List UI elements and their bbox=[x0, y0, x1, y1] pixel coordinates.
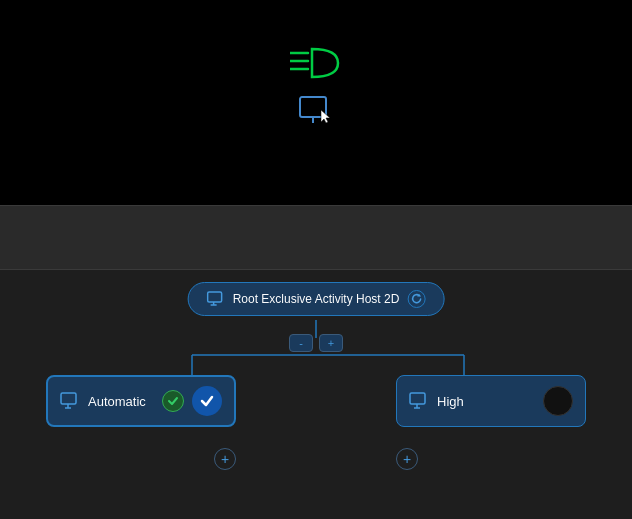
high-node-monitor-icon bbox=[409, 392, 429, 410]
add-left-button[interactable]: + bbox=[214, 448, 236, 470]
collapse-button[interactable]: - bbox=[289, 334, 313, 352]
high-node-status-circle bbox=[543, 386, 573, 416]
root-node-monitor-icon bbox=[207, 291, 225, 307]
divider-area bbox=[0, 205, 632, 270]
automatic-node-monitor-icon bbox=[60, 392, 80, 410]
canvas-area bbox=[0, 0, 632, 205]
add-buttons-row: + + bbox=[0, 448, 632, 470]
add-right-button[interactable]: + bbox=[396, 448, 418, 470]
automatic-node-label: Automatic bbox=[88, 394, 154, 409]
headlight-icon bbox=[290, 45, 342, 81]
svg-marker-5 bbox=[321, 110, 330, 123]
high-node[interactable]: High bbox=[396, 375, 586, 427]
monitor-canvas-icon bbox=[298, 95, 334, 133]
high-node-label: High bbox=[437, 394, 535, 409]
expand-button[interactable]: + bbox=[319, 334, 343, 352]
svg-rect-18 bbox=[410, 393, 425, 404]
cursor-icon bbox=[320, 109, 334, 125]
root-node-label: Root Exclusive Activity Host 2D bbox=[233, 292, 400, 306]
automatic-confirm-button[interactable] bbox=[192, 386, 222, 416]
svg-rect-15 bbox=[61, 393, 76, 404]
toggle-row: - + bbox=[289, 334, 343, 352]
child-nodes-row: Automatic High bbox=[0, 375, 632, 427]
node-graph-area: Root Exclusive Activity Host 2D - + Auto… bbox=[0, 270, 632, 519]
root-node[interactable]: Root Exclusive Activity Host 2D bbox=[188, 282, 445, 316]
automatic-check-icon bbox=[162, 390, 184, 412]
automatic-node[interactable]: Automatic bbox=[46, 375, 236, 427]
refresh-icon[interactable] bbox=[407, 290, 425, 308]
svg-rect-11 bbox=[208, 292, 222, 302]
